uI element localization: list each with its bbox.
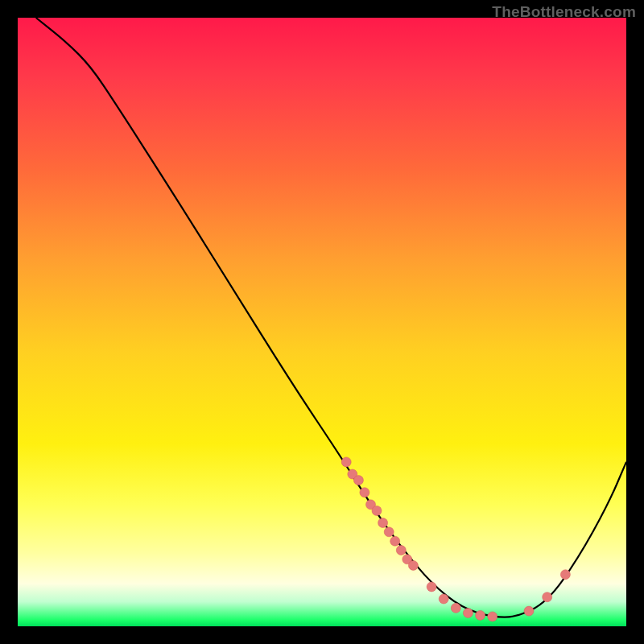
data-marker — [439, 594, 448, 604]
data-marker — [488, 612, 497, 621]
data-marker — [396, 546, 406, 555]
data-marker — [560, 570, 570, 580]
data-marker — [390, 536, 400, 546]
watermark-text: TheBottleneck.com — [492, 3, 636, 21]
data-marker — [378, 518, 388, 528]
chart-svg — [18, 18, 626, 626]
chart-plot-area — [18, 18, 626, 626]
data-marker — [476, 610, 485, 620]
data-marker — [543, 592, 552, 602]
data-marker — [408, 560, 418, 570]
data-marker — [360, 488, 369, 497]
bottleneck-curve — [36, 18, 626, 617]
data-markers-group — [341, 457, 570, 621]
data-marker — [427, 582, 436, 592]
data-marker — [353, 476, 363, 485]
data-marker — [463, 608, 473, 617]
data-marker — [384, 527, 394, 537]
data-marker — [451, 603, 460, 613]
data-marker — [341, 457, 351, 467]
data-marker — [524, 606, 534, 616]
data-marker — [372, 506, 382, 515]
